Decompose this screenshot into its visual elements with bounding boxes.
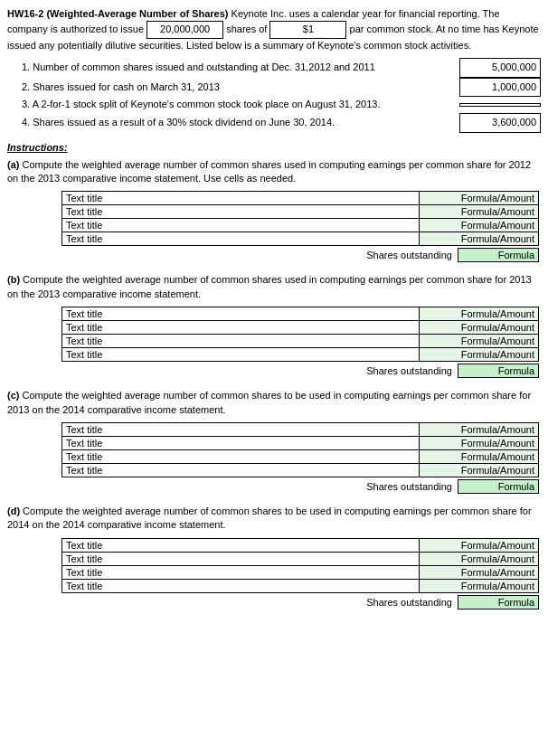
part-0-row-3-value[interactable]: Formula/Amount bbox=[420, 232, 539, 246]
table-row: Text titleFormula/Amount bbox=[62, 579, 539, 592]
activity-row-3: 3. A 2-for-1 stock split of Keynote's co… bbox=[22, 97, 541, 113]
activity-2-text: 2. Shares issued for cash on March 31, 2… bbox=[22, 80, 452, 96]
part-3-row-3-label[interactable]: Text title bbox=[62, 579, 420, 592]
table-row: Text titleFormula/Amount bbox=[62, 463, 539, 477]
activity-row-1: 1. Number of common shares issued and ou… bbox=[22, 58, 541, 78]
part-2-row-2-label[interactable]: Text title bbox=[62, 449, 420, 463]
part-1-description: (b) Compute the weighted average number … bbox=[7, 273, 541, 301]
part-2-row-3-value[interactable]: Formula/Amount bbox=[420, 463, 539, 477]
part-0-row-0-value[interactable]: Formula/Amount bbox=[420, 192, 539, 205]
part-1-shares-label: Shares outstanding bbox=[366, 365, 458, 376]
part-c: (c) Compute the weighted average number … bbox=[7, 389, 541, 494]
part-1-shares-row: Shares outstandingFormula bbox=[61, 364, 539, 378]
part-d: (d) Compute the weighted average number … bbox=[7, 505, 541, 610]
part-3-shares-row: Shares outstandingFormula bbox=[61, 595, 539, 610]
part-1-row-2-value[interactable]: Formula/Amount bbox=[420, 335, 539, 348]
part-1-row-3-label[interactable]: Text title bbox=[62, 348, 420, 362]
part-1-row-2-label[interactable]: Text title bbox=[62, 335, 420, 348]
activity-row-2: 2. Shares issued for cash on March 31, 2… bbox=[22, 78, 541, 98]
part-3-row-2-label[interactable]: Text title bbox=[62, 565, 420, 579]
part-0-table-container: Text titleFormula/AmountText titleFormul… bbox=[61, 191, 539, 262]
part-2-description: (c) Compute the weighted average number … bbox=[7, 389, 541, 417]
table-row: Text titleFormula/Amount bbox=[62, 538, 539, 552]
instructions-title: Instructions: bbox=[7, 142, 541, 153]
company-name: Keynote Inc. bbox=[231, 8, 287, 19]
activities-list: 1. Number of common shares issued and ou… bbox=[22, 58, 541, 132]
part-1-row-0-label[interactable]: Text title bbox=[62, 307, 420, 321]
shares-authorized-box[interactable]: 20,000,000 bbox=[146, 21, 223, 38]
activity-2-value[interactable]: 1,000,000 bbox=[459, 78, 541, 98]
part-0-row-2-value[interactable]: Formula/Amount bbox=[420, 219, 539, 232]
part-0-row-3-label[interactable]: Text title bbox=[62, 232, 420, 246]
activity-row-4: 4. Shares issued as a result of a 30% st… bbox=[22, 113, 541, 133]
part-1-table: Text titleFormula/AmountText titleFormul… bbox=[61, 307, 539, 362]
part-3-shares-value[interactable]: Formula bbox=[458, 595, 539, 610]
table-row: Text titleFormula/Amount bbox=[62, 449, 539, 463]
part-0-shares-label: Shares outstanding bbox=[366, 250, 458, 260]
part-2-row-0-value[interactable]: Formula/Amount bbox=[420, 422, 539, 436]
part-b: (b) Compute the weighted average number … bbox=[7, 273, 541, 378]
part-2-shares-label: Shares outstanding bbox=[366, 481, 458, 492]
activity-1-text: 1. Number of common shares issued and ou… bbox=[22, 60, 452, 76]
part-2-row-2-value[interactable]: Formula/Amount bbox=[420, 449, 539, 463]
table-row: Text titleFormula/Amount bbox=[62, 348, 539, 362]
part-2-row-1-value[interactable]: Formula/Amount bbox=[420, 436, 539, 449]
part-3-row-0-value[interactable]: Formula/Amount bbox=[420, 538, 539, 552]
part-3-row-1-label[interactable]: Text title bbox=[62, 552, 420, 565]
parts-container: (a) Compute the weighted average number … bbox=[7, 158, 541, 610]
part-0-row-1-label[interactable]: Text title bbox=[62, 205, 420, 219]
activity-3-value[interactable] bbox=[459, 103, 541, 107]
part-2-shares-row: Shares outstandingFormula bbox=[61, 479, 539, 494]
part-1-table-container: Text titleFormula/AmountText titleFormul… bbox=[61, 307, 539, 378]
table-row: Text titleFormula/Amount bbox=[62, 205, 539, 219]
par-value-box[interactable]: $1 bbox=[269, 21, 346, 38]
problem-id: HW16-2 (Weighted-Average Number of Share… bbox=[7, 8, 229, 19]
table-row: Text titleFormula/Amount bbox=[62, 552, 539, 565]
activity-4-text: 4. Shares issued as a result of a 30% st… bbox=[22, 115, 452, 131]
part-2-table-container: Text titleFormula/AmountText titleFormul… bbox=[61, 422, 539, 494]
table-row: Text titleFormula/Amount bbox=[62, 422, 539, 436]
part-1-shares-value[interactable]: Formula bbox=[458, 364, 539, 378]
part-0-shares-row: Shares outstandingFormula bbox=[61, 248, 539, 262]
part-3-description: (d) Compute the weighted average number … bbox=[7, 505, 541, 533]
table-row: Text titleFormula/Amount bbox=[62, 335, 539, 348]
part-0-table: Text titleFormula/AmountText titleFormul… bbox=[61, 191, 539, 246]
part-3-table: Text titleFormula/AmountText titleFormul… bbox=[61, 538, 539, 593]
table-row: Text titleFormula/Amount bbox=[62, 436, 539, 449]
part-0-shares-value[interactable]: Formula bbox=[458, 248, 539, 262]
part-1-row-3-value[interactable]: Formula/Amount bbox=[420, 348, 539, 362]
part-2-row-3-label[interactable]: Text title bbox=[62, 463, 420, 477]
part-2-table: Text titleFormula/AmountText titleFormul… bbox=[61, 422, 539, 477]
part-3-row-3-value[interactable]: Formula/Amount bbox=[420, 579, 539, 592]
part-2-shares-value[interactable]: Formula bbox=[458, 479, 539, 494]
part-0-description: (a) Compute the weighted average number … bbox=[7, 158, 541, 186]
activity-3-text: 3. A 2-for-1 stock split of Keynote's co… bbox=[22, 97, 452, 113]
part-1-row-1-value[interactable]: Formula/Amount bbox=[420, 321, 539, 335]
part-3-row-1-value[interactable]: Formula/Amount bbox=[420, 552, 539, 565]
table-row: Text titleFormula/Amount bbox=[62, 192, 539, 205]
part-0-row-0-label[interactable]: Text title bbox=[62, 192, 420, 205]
part-3-shares-label: Shares outstanding bbox=[366, 597, 458, 608]
part-1-row-1-label[interactable]: Text title bbox=[62, 321, 420, 335]
instructions-block: Instructions: bbox=[7, 142, 541, 153]
part-3-row-2-value[interactable]: Formula/Amount bbox=[420, 565, 539, 579]
part-a: (a) Compute the weighted average number … bbox=[7, 158, 541, 263]
table-row: Text titleFormula/Amount bbox=[62, 321, 539, 335]
part-0-row-1-value[interactable]: Formula/Amount bbox=[420, 205, 539, 219]
part-1-row-0-value[interactable]: Formula/Amount bbox=[420, 307, 539, 321]
part-0-row-2-label[interactable]: Text title bbox=[62, 219, 420, 232]
part-2-row-0-label[interactable]: Text title bbox=[62, 422, 420, 436]
table-row: Text titleFormula/Amount bbox=[62, 307, 539, 321]
table-row: Text titleFormula/Amount bbox=[62, 565, 539, 579]
table-row: Text titleFormula/Amount bbox=[62, 219, 539, 232]
activity-1-value[interactable]: 5,000,000 bbox=[459, 58, 541, 78]
part-3-table-container: Text titleFormula/AmountText titleFormul… bbox=[61, 538, 539, 610]
activity-4-value[interactable]: 3,600,000 bbox=[459, 113, 541, 133]
problem-header: HW16-2 (Weighted-Average Number of Share… bbox=[7, 7, 541, 52]
part-2-row-1-label[interactable]: Text title bbox=[62, 436, 420, 449]
part-3-row-0-label[interactable]: Text title bbox=[62, 538, 420, 552]
shares-label: shares of bbox=[226, 24, 267, 34]
table-row: Text titleFormula/Amount bbox=[62, 232, 539, 246]
